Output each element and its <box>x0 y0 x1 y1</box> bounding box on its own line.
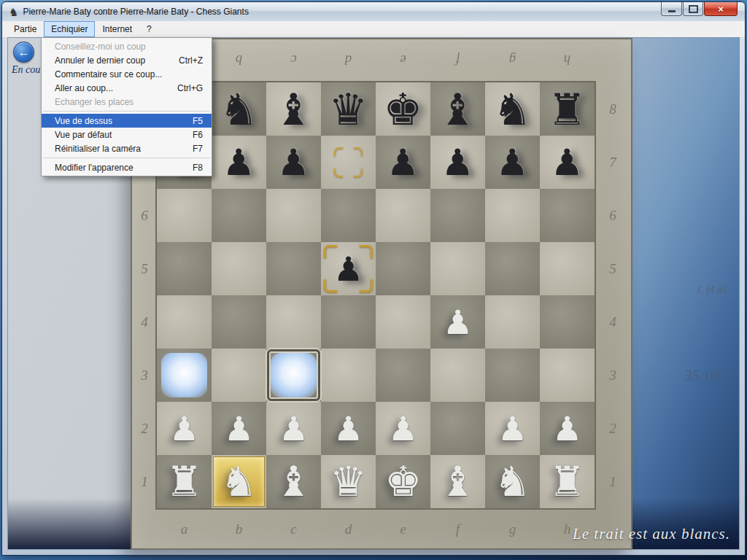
black-pawn-g7[interactable]: ♟ <box>496 144 529 181</box>
square-b7[interactable]: ♟ <box>212 136 266 189</box>
black-bishop-c8[interactable]: ♝ <box>274 88 314 131</box>
square-h4[interactable] <box>540 295 595 349</box>
square-g5[interactable] <box>485 242 540 295</box>
white-pawn-f4[interactable]: ♟ <box>443 306 473 339</box>
menu-item-commentaire-sur-ce-coup[interactable]: Commentaire sur ce coup... <box>42 67 212 81</box>
square-c5[interactable] <box>266 242 321 295</box>
square-a6[interactable] <box>157 189 212 242</box>
square-h3[interactable] <box>540 349 595 402</box>
square-c8[interactable]: ♝ <box>266 82 321 136</box>
title-bar[interactable]: ♞ Pierre-Marie Baty contre Pierre-Marie … <box>2 2 745 21</box>
square-a3[interactable] <box>157 349 212 402</box>
white-bishop-f1[interactable]: ♝ <box>439 461 476 502</box>
square-f6[interactable] <box>430 189 485 242</box>
square-e7[interactable]: ♟ <box>376 136 430 189</box>
square-c1[interactable]: ♝ <box>266 455 321 508</box>
square-d3[interactable] <box>321 349 376 402</box>
square-f1[interactable]: ♝ <box>430 455 485 508</box>
maximize-button[interactable] <box>683 2 703 16</box>
square-g6[interactable] <box>485 189 540 242</box>
black-pawn-d5[interactable]: ♟ <box>333 252 363 286</box>
menu-item-vue-par-defaut[interactable]: Vue par défautF6 <box>42 128 212 141</box>
square-h6[interactable] <box>540 189 595 242</box>
white-rook-h1[interactable]: ♜ <box>549 461 586 502</box>
square-h7[interactable]: ♟ <box>540 136 595 189</box>
square-e6[interactable] <box>376 189 430 242</box>
minimize-button[interactable] <box>661 2 682 16</box>
square-a5[interactable] <box>157 242 212 295</box>
black-knight-g8[interactable]: ♞ <box>493 88 533 131</box>
square-h2[interactable]: ♟ <box>540 402 595 455</box>
square-g8[interactable]: ♞ <box>485 82 540 136</box>
square-e3[interactable] <box>376 349 430 402</box>
square-b5[interactable] <box>212 242 266 295</box>
white-rook-a1[interactable]: ♜ <box>166 461 203 502</box>
white-pawn-c2[interactable]: ♟ <box>279 412 309 446</box>
square-g7[interactable]: ♟ <box>485 136 540 189</box>
square-e1[interactable]: ♚ <box>376 455 430 508</box>
menu-item-modifier-l-apparence[interactable]: Modifier l'apparenceF8 <box>42 160 212 174</box>
square-f3[interactable] <box>430 349 485 402</box>
close-button[interactable]: × <box>704 2 738 16</box>
white-king-e1[interactable]: ♚ <box>384 461 422 502</box>
white-knight-g1[interactable]: ♞ <box>494 461 531 502</box>
black-knight-b8[interactable]: ♞ <box>220 88 259 131</box>
square-f2[interactable] <box>430 402 485 455</box>
white-queen-d1[interactable]: ♛ <box>330 461 367 502</box>
square-d1[interactable]: ♛ <box>321 455 376 508</box>
square-d4[interactable] <box>321 295 376 349</box>
square-c4[interactable] <box>266 295 321 349</box>
square-a4[interactable] <box>157 295 212 349</box>
black-queen-d8[interactable]: ♛ <box>329 88 368 131</box>
square-h1[interactable]: ♜ <box>540 455 595 508</box>
black-pawn-h7[interactable]: ♟ <box>551 144 584 181</box>
square-f8[interactable]: ♝ <box>430 82 485 136</box>
square-e8[interactable]: ♚ <box>376 82 430 136</box>
square-e5[interactable] <box>376 242 430 295</box>
square-e4[interactable] <box>376 295 430 349</box>
square-b6[interactable] <box>212 189 266 242</box>
square-d2[interactable]: ♟ <box>321 402 376 455</box>
white-pawn-b2[interactable]: ♟ <box>224 412 254 446</box>
back-button[interactable]: ← <box>13 42 34 63</box>
square-h8[interactable]: ♜ <box>540 82 595 136</box>
square-f7[interactable]: ♟ <box>430 136 485 189</box>
square-b4[interactable] <box>212 295 266 349</box>
square-d6[interactable] <box>321 189 376 242</box>
game-state-link[interactable]: En cou <box>12 64 40 76</box>
white-pawn-d2[interactable]: ♟ <box>333 412 363 446</box>
square-b3[interactable] <box>212 349 266 402</box>
square-g4[interactable] <box>485 295 540 349</box>
square-b1[interactable]: ♞ <box>212 455 266 508</box>
black-pawn-f7[interactable]: ♟ <box>441 144 474 181</box>
black-king-e8[interactable]: ♚ <box>384 88 423 131</box>
black-bishop-f8[interactable]: ♝ <box>438 88 478 131</box>
square-h5[interactable] <box>540 242 595 295</box>
white-pawn-e2[interactable]: ♟ <box>388 412 418 446</box>
menubar-item-echiquier[interactable]: Echiquier <box>44 21 95 37</box>
menu-item-reinitialiser-la-camera[interactable]: Réinitialiser la caméraF7 <box>42 141 212 155</box>
square-d7[interactable] <box>321 136 376 189</box>
white-pawn-g2[interactable]: ♟ <box>498 412 527 446</box>
square-g3[interactable] <box>485 349 540 402</box>
square-c2[interactable]: ♟ <box>266 402 321 455</box>
square-c7[interactable]: ♟ <box>266 136 321 189</box>
menu-item-vue-de-dessus[interactable]: Vue de dessusF5 <box>42 114 212 128</box>
menubar-item-partie[interactable]: Partie <box>7 21 44 37</box>
white-pawn-a2[interactable]: ♟ <box>169 412 199 446</box>
square-a1[interactable]: ♜ <box>157 455 212 508</box>
menubar-item-internet[interactable]: Internet <box>95 21 139 37</box>
square-f5[interactable] <box>430 242 485 295</box>
black-pawn-b7[interactable]: ♟ <box>222 144 255 181</box>
white-pawn-h2[interactable]: ♟ <box>552 412 582 446</box>
white-bishop-c1[interactable]: ♝ <box>275 461 312 502</box>
square-b2[interactable]: ♟ <box>212 402 266 455</box>
white-knight-b1[interactable]: ♞ <box>220 461 258 502</box>
black-rook-h8[interactable]: ♜ <box>548 88 587 131</box>
square-d8[interactable]: ♛ <box>321 82 376 136</box>
square-g2[interactable]: ♟ <box>485 402 540 455</box>
square-a2[interactable]: ♟ <box>157 402 212 455</box>
square-f4[interactable]: ♟ <box>430 295 485 349</box>
square-c3[interactable] <box>266 349 321 402</box>
menu-item-aller-au-coup[interactable]: Aller au coup...Ctrl+G <box>42 81 212 95</box>
